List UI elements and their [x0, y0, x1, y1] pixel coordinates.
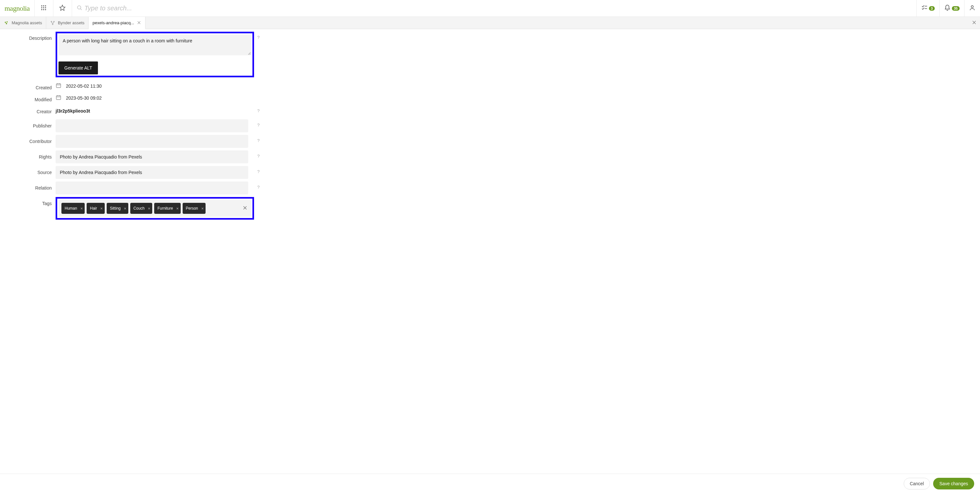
rights-input[interactable] — [56, 150, 248, 163]
calendar-icon — [56, 83, 61, 89]
generate-alt-button[interactable]: Generate ALT — [59, 61, 98, 74]
svg-point-3 — [41, 8, 42, 8]
remove-tag-button[interactable]: × — [124, 206, 126, 211]
publisher-input[interactable] — [56, 120, 248, 132]
svg-point-8 — [45, 10, 46, 10]
remove-tag-button[interactable]: × — [201, 206, 204, 211]
tag-label: Couch — [134, 206, 145, 211]
tags-label: Tags — [0, 197, 56, 206]
help-rights[interactable]: ? — [254, 150, 262, 158]
bell-icon — [944, 5, 951, 12]
svg-point-16 — [6, 21, 8, 22]
source-input[interactable] — [56, 166, 248, 179]
svg-point-14 — [971, 5, 974, 8]
notifications-button[interactable]: 35 — [939, 0, 964, 16]
tag-label: Furniture — [158, 206, 173, 211]
svg-point-5 — [45, 8, 46, 8]
notifications-badge: 35 — [952, 6, 959, 11]
contributor-label: Contributor — [0, 135, 56, 144]
favorites-button[interactable] — [53, 0, 72, 16]
help-publisher[interactable]: ? — [254, 120, 262, 128]
publisher-label: Publisher — [0, 120, 56, 128]
tag: Human× — [61, 203, 85, 214]
svg-point-20 — [52, 24, 53, 25]
tab-close-button[interactable] — [137, 21, 141, 25]
grid-icon — [40, 5, 47, 12]
asset-form: Description Generate ALT ? Created 2022-… — [0, 29, 262, 231]
svg-point-17 — [6, 23, 7, 24]
contributor-input[interactable] — [56, 135, 248, 148]
star-icon — [59, 5, 65, 12]
modified-value: 2023-05-30 09:02 — [66, 96, 102, 101]
help-contributor[interactable]: ? — [254, 135, 262, 143]
search-input[interactable] — [84, 5, 914, 12]
description-textarea[interactable] — [59, 35, 251, 55]
relation-label: Relation — [0, 182, 56, 190]
logo-text: magnolia — [5, 4, 30, 13]
creator-value: jl3r2p5kplieoo3t — [56, 105, 254, 117]
app-launcher-button[interactable] — [35, 0, 53, 16]
close-all-button[interactable] — [972, 20, 977, 26]
tab-bynder-assets[interactable]: Bynder assets — [46, 17, 89, 29]
svg-line-11 — [81, 9, 82, 10]
svg-rect-29 — [56, 96, 61, 100]
svg-point-4 — [43, 8, 44, 8]
creator-label: Creator — [0, 105, 56, 114]
help-creator[interactable]: ? — [254, 105, 262, 113]
highlight-tags: Human×Hair×Sitting×Couch×Furniture×Perso… — [56, 197, 254, 220]
remove-tag-button[interactable]: × — [148, 206, 151, 211]
rights-label: Rights — [0, 150, 56, 160]
tag-label: Person — [186, 206, 198, 211]
relation-input[interactable] — [56, 182, 248, 195]
tab-active-asset[interactable]: pexels-andrea-piacq... — [89, 17, 145, 29]
calendar-icon — [56, 94, 61, 101]
tags-field[interactable]: Human×Hair×Sitting×Couch×Furniture×Perso… — [59, 200, 251, 217]
svg-point-1 — [43, 5, 44, 6]
tag: Couch× — [130, 203, 152, 214]
created-label: Created — [0, 81, 56, 90]
tag: Hair× — [87, 203, 105, 214]
checklist-icon — [921, 5, 928, 12]
tag-label: Human — [65, 206, 77, 211]
tag: Person× — [183, 203, 206, 214]
tag: Furniture× — [154, 203, 181, 214]
user-menu-button[interactable] — [964, 0, 980, 16]
tab-label: Magnolia assets — [12, 21, 42, 25]
remove-tag-button[interactable]: × — [176, 206, 179, 211]
tab-magnolia-assets[interactable]: Magnolia assets — [0, 17, 46, 29]
svg-point-10 — [78, 6, 81, 10]
tasks-button[interactable]: 3 — [916, 0, 939, 16]
tab-label: Bynder assets — [58, 21, 84, 25]
assets-icon — [4, 21, 9, 26]
remove-tag-button[interactable]: × — [81, 206, 83, 211]
highlight-description: Generate ALT — [56, 32, 254, 77]
tag-label: Hair — [90, 206, 97, 211]
svg-rect-25 — [56, 84, 61, 88]
form-footer: Cancel Save changes — [0, 474, 980, 493]
app-header: magnolia 3 35 — [0, 0, 980, 17]
tag-label: Sitting — [110, 206, 121, 211]
help-description[interactable]: ? — [254, 32, 262, 40]
created-value: 2022-05-02 11:30 — [66, 83, 102, 89]
save-changes-button[interactable]: Save changes — [933, 478, 974, 490]
tab-bar: Magnolia assets Bynder assets pexels-and… — [0, 17, 980, 29]
clear-tags-button[interactable] — [242, 206, 248, 212]
svg-point-6 — [41, 10, 42, 10]
source-label: Source — [0, 166, 56, 175]
help-relation[interactable]: ? — [254, 182, 262, 190]
tag: Sitting× — [107, 203, 128, 214]
svg-point-7 — [43, 10, 44, 10]
remove-tag-button[interactable]: × — [100, 206, 103, 211]
svg-point-2 — [45, 5, 46, 6]
svg-point-0 — [41, 5, 42, 6]
modified-label: Modified — [0, 93, 56, 102]
tasks-badge: 3 — [929, 6, 935, 11]
svg-point-15 — [5, 22, 6, 23]
cancel-button[interactable]: Cancel — [904, 478, 930, 490]
logo[interactable]: magnolia — [0, 0, 35, 16]
main-content: Description Generate ALT ? Created 2022-… — [0, 29, 980, 474]
svg-marker-9 — [60, 5, 65, 11]
help-source[interactable]: ? — [254, 166, 262, 174]
nodes-icon — [50, 21, 55, 26]
global-search[interactable] — [72, 0, 916, 16]
